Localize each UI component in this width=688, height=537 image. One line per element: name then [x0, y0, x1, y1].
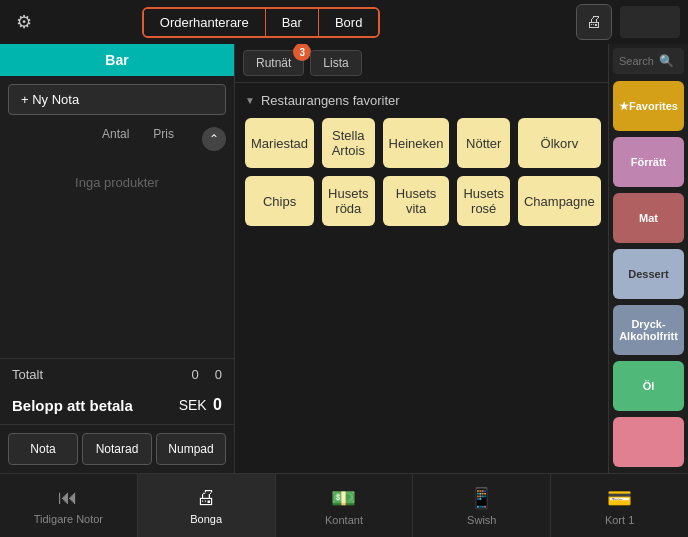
- rutnot-badge: 3: [293, 44, 311, 61]
- tab-bar[interactable]: Bar: [266, 9, 319, 36]
- product-notter[interactable]: Nötter: [457, 118, 509, 168]
- left-sidebar: Bar + Ny Nota Antal Pris ⌃ Inga produkte…: [0, 44, 235, 473]
- product-mariestad[interactable]: Mariestad: [245, 118, 314, 168]
- category-dryck[interactable]: Dryck-Alkoholfritt: [613, 305, 684, 355]
- cat-favorites-label: Favorites: [629, 100, 678, 112]
- pris-header: Pris: [153, 127, 174, 151]
- cat-mat-label: Mat: [639, 212, 658, 224]
- belopp-currency: SEK: [179, 397, 207, 413]
- gear-icon: ⚙: [16, 11, 32, 33]
- no-products-message: Inga produkter: [0, 155, 234, 358]
- notarad-button[interactable]: Notarad: [82, 433, 152, 465]
- bottom-nav: ⏮ Tidigare Notor 🖨 Bonga 💵 Kontant 📱 Swi…: [0, 473, 688, 537]
- sub-tab-rutnot[interactable]: Rutnät 3: [243, 50, 304, 76]
- totalt-antal: 0: [192, 367, 199, 382]
- center-area: Rutnät 3 Lista ▼ Restaurangens favoriter…: [235, 44, 608, 473]
- bottom-btn-swish[interactable]: 📱 Swish: [413, 474, 551, 537]
- product-grid: Mariestad Stella Artois Heineken Nötter …: [245, 118, 598, 226]
- totalt-row: Totalt 0 0: [0, 358, 234, 390]
- swish-label: Swish: [467, 514, 496, 526]
- kort1-icon: 💳: [607, 486, 632, 510]
- product-champagne[interactable]: Champagne: [518, 176, 601, 226]
- cat-dessert-label: Dessert: [628, 268, 668, 280]
- category-ol[interactable]: Öl: [613, 361, 684, 411]
- bonga-label: Bonga: [190, 513, 222, 525]
- antal-header: Antal: [102, 127, 129, 151]
- search-icon[interactable]: 🔍: [659, 54, 674, 68]
- section-title: Restaurangens favoriter: [261, 93, 400, 108]
- sub-tabs: Rutnät 3 Lista: [235, 44, 608, 83]
- bottom-btn-bonga[interactable]: 🖨 Bonga: [138, 474, 276, 537]
- printer-icon: 🖨: [586, 13, 602, 31]
- tab-bord[interactable]: Bord: [319, 9, 378, 36]
- kontant-label: Kontant: [325, 514, 363, 526]
- sub-tab-lista[interactable]: Lista: [310, 50, 361, 76]
- section-header: ▼ Restaurangens favoriter: [245, 93, 598, 108]
- nota-button[interactable]: Nota: [8, 433, 78, 465]
- tidigare-label: Tidigare Notor: [34, 513, 103, 525]
- product-husets-roda[interactable]: Husets röda: [322, 176, 374, 226]
- cat-ol-label: Öl: [643, 380, 655, 392]
- header-right-empty: [620, 6, 680, 38]
- column-headers: Antal Pris ⌃: [0, 123, 234, 155]
- swish-icon: 📱: [469, 486, 494, 510]
- sidebar-title: Bar: [0, 44, 234, 76]
- category-mat[interactable]: Mat: [613, 193, 684, 243]
- bottom-btn-tidigare[interactable]: ⏮ Tidigare Notor: [0, 474, 138, 537]
- product-husets-vita[interactable]: Husets vita: [383, 176, 450, 226]
- bottom-btn-kontant[interactable]: 💵 Kontant: [276, 474, 414, 537]
- product-stella[interactable]: Stella Artois: [322, 118, 374, 168]
- tidigare-icon: ⏮: [58, 486, 78, 509]
- star-icon: ★: [619, 100, 629, 113]
- bottom-btn-kort1[interactable]: 💳 Kort 1: [551, 474, 688, 537]
- bonga-icon: 🖨: [196, 486, 216, 509]
- totalt-pris: 0: [215, 367, 222, 382]
- main-content: Bar + Ny Nota Antal Pris ⌃ Inga produkte…: [0, 44, 688, 473]
- belopp-amount: 0: [213, 396, 222, 413]
- search-input[interactable]: [619, 55, 659, 67]
- belopp-row: Belopp att betala SEK 0: [0, 390, 234, 425]
- product-heineken[interactable]: Heineken: [383, 118, 450, 168]
- belopp-value: SEK 0: [179, 396, 222, 414]
- top-header: ⚙ Orderhanterare Bar Bord 🖨: [0, 0, 688, 44]
- product-husets-rose[interactable]: Husets rosé: [457, 176, 509, 226]
- kontant-icon: 💵: [331, 486, 356, 510]
- sub-tab-lista-label: Lista: [323, 56, 348, 70]
- action-buttons: Nota Notarad Numpad: [0, 425, 234, 473]
- col-toggle[interactable]: ⌃: [202, 127, 226, 151]
- product-olkorv[interactable]: Ölkorv: [518, 118, 601, 168]
- cat-forratt-label: Förrätt: [631, 156, 666, 168]
- new-nota-button[interactable]: + Ny Nota: [8, 84, 226, 115]
- favorites-section: ▼ Restaurangens favoriter Mariestad Stel…: [235, 83, 608, 236]
- toggle-icon[interactable]: ▼: [245, 95, 255, 106]
- product-chips[interactable]: Chips: [245, 176, 314, 226]
- numpad-button[interactable]: Numpad: [156, 433, 226, 465]
- nav-tabs: Orderhanterare Bar Bord: [142, 7, 381, 38]
- sub-tab-rutnot-label: Rutnät: [256, 56, 291, 70]
- kort1-label: Kort 1: [605, 514, 634, 526]
- category-forratt[interactable]: Förrätt: [613, 137, 684, 187]
- category-dessert[interactable]: Dessert: [613, 249, 684, 299]
- cat-dryck-label: Dryck-Alkoholfritt: [617, 318, 680, 342]
- search-box[interactable]: 🔍: [613, 48, 684, 74]
- tab-orderhanterare[interactable]: Orderhanterare: [144, 9, 266, 36]
- printer-button[interactable]: 🖨: [576, 4, 612, 40]
- belopp-label: Belopp att betala: [12, 397, 133, 414]
- totalt-values: 0 0: [192, 367, 222, 382]
- category-pink[interactable]: [613, 417, 684, 467]
- gear-button[interactable]: ⚙: [8, 6, 40, 38]
- totalt-label: Totalt: [12, 367, 43, 382]
- category-favorites[interactable]: ★ Favorites: [613, 81, 684, 131]
- right-sidebar: 🔍 ★ Favorites Förrätt Mat Dessert Dryck-…: [608, 44, 688, 473]
